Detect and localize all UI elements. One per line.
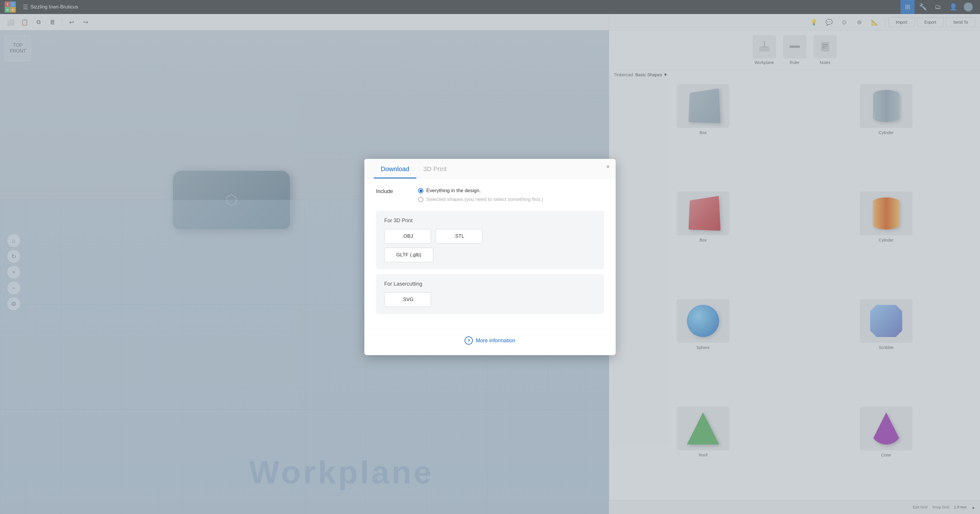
radio-everything-label: Everything in the design. (426, 188, 480, 194)
btn-obj[interactable]: .OBJ (384, 229, 431, 244)
modal-overlay[interactable]: Download 3D Print × Include Everything i… (0, 0, 980, 514)
format-laser-title: For Lasercutting (384, 281, 596, 287)
modal-footer: ? More information (364, 328, 616, 355)
format-3dprint-title: For 3D Print (384, 217, 596, 224)
btn-gltf[interactable]: GLTF (.glb) (384, 247, 433, 262)
btn-svg[interactable]: .SVG (384, 292, 431, 307)
radio-selected-circle (418, 197, 423, 202)
format-section-laser: For Lasercutting .SVG (376, 274, 604, 314)
radio-selected[interactable]: Selected shapes (you need to select some… (418, 197, 543, 202)
more-info-label: More information (476, 338, 515, 344)
modal-body: Include Everything in the design. Select… (364, 178, 616, 328)
more-info-icon: ? (465, 336, 473, 344)
btn-stl[interactable]: .STL (436, 229, 482, 244)
download-modal: Download 3D Print × Include Everything i… (364, 159, 616, 355)
format-buttons-laser: .SVG (384, 292, 596, 307)
format-section-3dprint: For 3D Print .OBJ .STL GLTF (.glb) (376, 211, 604, 269)
tab-3dprint[interactable]: 3D Print (416, 159, 453, 178)
format-buttons-3dprint-row2: GLTF (.glb) (384, 247, 596, 262)
tab-download[interactable]: Download (374, 159, 416, 178)
radio-everything[interactable]: Everything in the design. (418, 188, 543, 194)
radio-options: Everything in the design. Selected shape… (418, 188, 543, 202)
include-label: Include (376, 188, 411, 195)
format-buttons-3dprint: .OBJ .STL (384, 229, 596, 244)
radio-everything-circle (418, 188, 423, 194)
include-section: Include Everything in the design. Select… (376, 188, 604, 202)
more-info-btn[interactable]: ? More information (460, 334, 520, 347)
radio-everything-dot (420, 190, 422, 192)
radio-selected-label: Selected shapes (you need to select some… (426, 197, 543, 202)
modal-close-btn[interactable]: × (606, 163, 610, 170)
modal-header: Download 3D Print × (364, 159, 616, 178)
